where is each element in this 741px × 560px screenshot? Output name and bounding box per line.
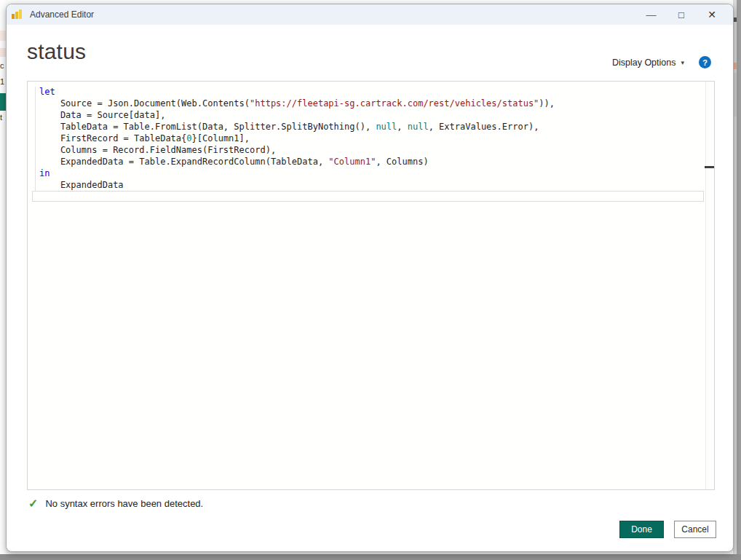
- code-line: let: [39, 86, 705, 98]
- dialog-titlebar[interactable]: Advanced Editor — □ ✕: [7, 4, 733, 25]
- scrollbar-cursor-marker: [705, 166, 715, 168]
- screen: Help c 1 t Advanced Editor — □ ✕: [0, 0, 741, 560]
- background-text-fragment: 1: [0, 77, 6, 86]
- dialog-buttons: Done Cancel: [619, 521, 716, 538]
- checkmark-icon: ✓: [28, 497, 38, 510]
- minimize-icon: —: [646, 9, 656, 20]
- dialog-title: Advanced Editor: [30, 9, 94, 20]
- code-line: Data = Source[data],: [39, 109, 705, 121]
- display-options-dropdown[interactable]: Display Options ▾: [612, 58, 684, 68]
- background-selected-query-fragment: [0, 93, 6, 111]
- syntax-status-message: No syntax errors have been detected.: [45, 498, 203, 509]
- done-button[interactable]: Done: [619, 521, 664, 538]
- code-line: FirstRecord = TableData{0}[Column1],: [39, 133, 705, 144]
- background-text-fragment: c: [0, 61, 6, 70]
- help-button[interactable]: ?: [699, 56, 711, 68]
- powerbi-icon: [12, 9, 22, 20]
- window-controls: — □ ✕: [635, 4, 727, 25]
- code-line: ExpandedData = Table.ExpandRecordColumn(…: [39, 156, 705, 167]
- background-bottom-band: [0, 554, 741, 560]
- header-actions: Display Options ▾ ?: [612, 56, 711, 68]
- code-line: Source = Json.Document(Web.Contents("htt…: [39, 98, 705, 109]
- advanced-editor-dialog: Advanced Editor — □ ✕ status Display Opt…: [6, 4, 734, 552]
- background-text-fragment: t: [0, 113, 6, 122]
- close-button[interactable]: ✕: [697, 4, 727, 25]
- code-line: in: [39, 167, 705, 179]
- chevron-down-icon: ▾: [681, 59, 684, 66]
- display-options-label: Display Options: [612, 58, 676, 68]
- code-line: TableData = Table.FromList(Data, Splitte…: [39, 121, 705, 133]
- close-icon: ✕: [708, 9, 716, 20]
- query-name-heading: status: [27, 39, 86, 64]
- maximize-button[interactable]: □: [666, 4, 697, 25]
- code-editor[interactable]: let Source = Json.Document(Web.Contents(…: [27, 81, 715, 490]
- current-line-highlight: [32, 191, 704, 202]
- code-lines[interactable]: let Source = Json.Document(Web.Contents(…: [28, 82, 705, 489]
- background-window-fragment: [0, 31, 6, 41]
- editor-scrollbar[interactable]: [705, 82, 714, 489]
- code-line: ExpandedData: [39, 179, 705, 191]
- minimize-button[interactable]: —: [635, 4, 666, 25]
- help-icon: ?: [702, 58, 708, 67]
- maximize-icon: □: [678, 9, 684, 20]
- code-line: Columns = Record.FieldNames(FirstRecord)…: [39, 144, 705, 156]
- background-window-fragment: [0, 48, 6, 57]
- syntax-status: ✓ No syntax errors have been detected.: [28, 497, 203, 510]
- background-right-band: [737, 0, 741, 560]
- cancel-button[interactable]: Cancel: [674, 521, 716, 538]
